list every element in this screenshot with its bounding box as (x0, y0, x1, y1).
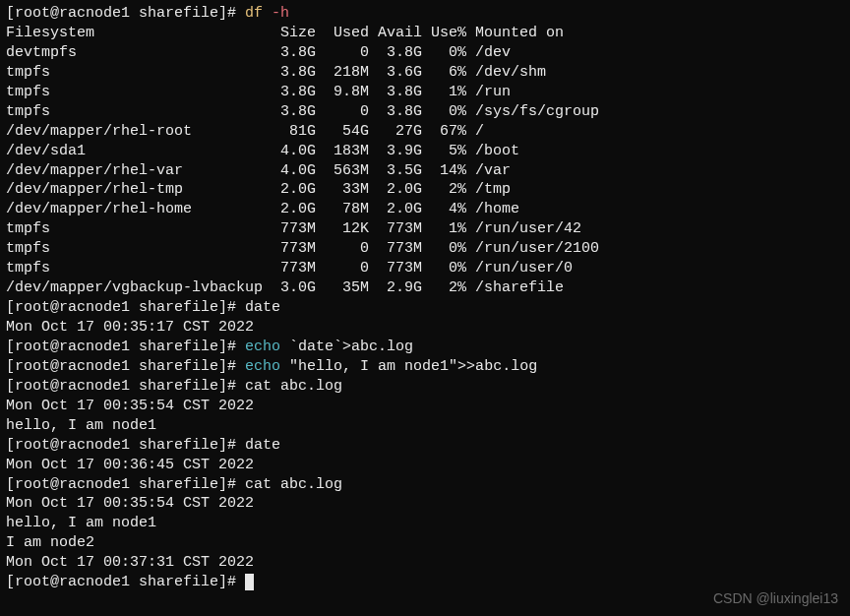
output-date: Mon Oct 17 00:35:17 CST 2022 (6, 318, 844, 338)
command-cat: cat abc.log (245, 378, 342, 395)
df-row: /dev/mapper/rhel-tmp 2.0G 33M 2.0G 2% /t… (6, 180, 844, 200)
prompt-line: [root@racnode1 sharefile]# date (6, 436, 844, 456)
prompt-line: [root@racnode1 sharefile]# cat abc.log (6, 377, 844, 397)
echo-arg: "hello, I am node1">>abc.log (289, 358, 537, 375)
command-date: date (245, 437, 280, 454)
output-date: Mon Oct 17 00:36:45 CST 2022 (6, 456, 844, 475)
df-row: tmpfs 3.8G 0 3.8G 0% /sys/fs/cgroup (6, 102, 844, 122)
output-cat: Mon Oct 17 00:35:54 CST 2022 (6, 397, 844, 416)
df-row: /dev/sda1 4.0G 183M 3.9G 5% /boot (6, 142, 844, 161)
df-row: tmpfs 773M 12K 773M 1% /run/user/42 (6, 219, 844, 239)
df-row: tmpfs 773M 0 773M 0% /run/user/0 (6, 259, 844, 278)
output-cat: Mon Oct 17 00:35:54 CST 2022 (6, 494, 844, 514)
df-row: tmpfs 773M 0 773M 0% /run/user/2100 (6, 239, 844, 259)
command-date: date (245, 299, 280, 316)
command-echo: echo (245, 339, 280, 355)
output-cat: hello, I am node1 (6, 514, 844, 533)
echo-arg: `date`>abc.log (289, 339, 413, 355)
prompt-line: [root@racnode1 sharefile]# echo `date`>a… (6, 338, 844, 357)
prompt-line: [root@racnode1 sharefile]# date (6, 298, 844, 318)
df-row: tmpfs 3.8G 9.8M 3.8G 1% /run (6, 83, 844, 102)
command-cat: cat abc.log (245, 476, 342, 493)
terminal[interactable]: [root@racnode1 sharefile]# df -h Filesys… (6, 4, 844, 592)
prompt-line: [root@racnode1 sharefile]# cat abc.log (6, 475, 844, 495)
watermark: CSDN @liuxinglei13 (713, 589, 838, 608)
df-row: tmpfs 3.8G 218M 3.6G 6% /dev/shm (6, 63, 844, 83)
df-rows: devtmpfs 3.8G 0 3.8G 0% /devtmpfs 3.8G 2… (6, 43, 844, 298)
output-cat: I am node2 (6, 533, 844, 553)
command-df: df (245, 5, 263, 22)
command-echo: echo (245, 358, 280, 375)
output-cat: hello, I am node1 (6, 416, 844, 436)
prompt-line: [root@racnode1 sharefile]# df -h (6, 4, 844, 24)
command-df-opt: -h (272, 5, 289, 22)
df-row: /dev/mapper/rhel-root 81G 54G 27G 67% / (6, 122, 844, 142)
df-row: /dev/mapper/vgbackup-lvbackup 3.0G 35M 2… (6, 278, 844, 298)
df-row: /dev/mapper/rhel-home 2.0G 78M 2.0G 4% /… (6, 200, 844, 219)
df-header: Filesystem Size Used Avail Use% Mounted … (6, 24, 844, 43)
prompt-line: [root@racnode1 sharefile]# echo "hello, … (6, 357, 844, 377)
df-row: devtmpfs 3.8G 0 3.8G 0% /dev (6, 43, 844, 63)
df-row: /dev/mapper/rhel-var 4.0G 563M 3.5G 14% … (6, 161, 844, 181)
cursor (245, 574, 254, 590)
output-cat: Mon Oct 17 00:37:31 CST 2022 (6, 553, 844, 573)
